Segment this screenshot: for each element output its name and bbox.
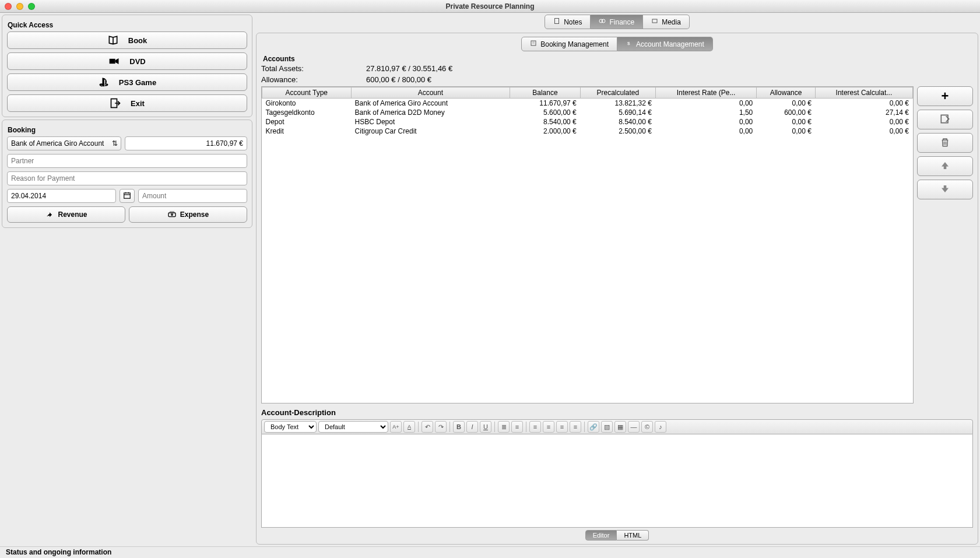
table-cell: 27,14 €: [815, 108, 912, 117]
image-button[interactable]: ▧: [601, 421, 613, 433]
table-row[interactable]: TagesgeldkontoBank of America D2D Money5…: [262, 108, 913, 117]
bullet-list-button[interactable]: ≣: [498, 421, 510, 433]
accounts-section: Accounts Total Assets: 27.810,97 € / 30.…: [261, 55, 973, 541]
delete-account-button[interactable]: [917, 133, 973, 153]
tab-notes-label: Notes: [564, 18, 582, 26]
editor-body[interactable]: [261, 434, 973, 528]
column-header[interactable]: Precalculated: [580, 87, 655, 99]
align-right-button[interactable]: ≡: [556, 421, 568, 433]
quick-access-panel: Quick Access Book DVD PS3 Game Exit: [2, 15, 252, 117]
underline-icon: U: [483, 423, 488, 430]
arrow-up-icon: [940, 160, 950, 173]
table-row[interactable]: DepotHSBC Depot8.540,00 €8.540,00 €0,000…: [262, 117, 913, 127]
ps3-game-button[interactable]: PS3 Game: [7, 73, 247, 91]
editor-tab-editor[interactable]: Editor: [585, 530, 617, 541]
media-button[interactable]: ♪: [655, 421, 666, 433]
tab-booking-management[interactable]: Booking Management: [521, 37, 617, 51]
svg-rect-6: [168, 213, 175, 217]
tab-media[interactable]: Media: [643, 15, 690, 29]
book-button-label: Book: [128, 36, 147, 45]
column-header[interactable]: Balance: [510, 87, 581, 99]
font-increase-button[interactable]: A+: [390, 421, 402, 433]
font-select[interactable]: Default: [318, 421, 388, 433]
column-header[interactable]: Interest Calculat...: [815, 87, 912, 99]
column-header[interactable]: Allowance: [757, 87, 816, 99]
copyright-button[interactable]: ©: [641, 421, 653, 433]
tab-account-mgmt-label: Account Management: [636, 40, 704, 48]
dvd-button[interactable]: DVD: [7, 52, 247, 70]
svg-rect-8: [555, 19, 559, 24]
hr-button[interactable]: —: [628, 421, 640, 433]
table-row[interactable]: KreditCitigroup Car Credit2.000,00 €2.50…: [262, 127, 913, 136]
exit-icon: [110, 97, 121, 109]
account-description-title: Account-Description: [261, 408, 973, 417]
number-list-button[interactable]: ≡: [511, 421, 523, 433]
italic-icon: I: [471, 423, 473, 430]
image-icon: ▧: [604, 423, 610, 431]
font-decrease-button[interactable]: A: [403, 421, 415, 433]
exit-button[interactable]: Exit: [7, 94, 247, 112]
align-right-icon: ≡: [560, 423, 564, 430]
align-justify-button[interactable]: ≡: [570, 421, 581, 433]
table-button[interactable]: ▦: [614, 421, 626, 433]
date-picker-button[interactable]: [120, 189, 135, 203]
redo-button[interactable]: ↷: [435, 421, 447, 433]
move-down-button[interactable]: [917, 180, 973, 199]
table-cell: 5.690,14 €: [580, 108, 655, 117]
titlebar: Private Resource Planning: [0, 0, 980, 13]
music-icon: ♪: [659, 423, 662, 430]
book-button[interactable]: Book: [7, 31, 247, 49]
tab-finance[interactable]: Finance: [591, 15, 643, 29]
add-account-button[interactable]: +: [917, 86, 973, 106]
booking-panel: Booking Bank of America Giro Account ⇅: [2, 120, 252, 228]
font-increase-icon: A+: [392, 424, 399, 430]
total-assets-value: 27.810,97 € / 30.551,46 €: [366, 64, 452, 73]
amount-input[interactable]: [138, 189, 247, 203]
account-select[interactable]: Bank of America Giro Account: [7, 136, 121, 150]
date-input[interactable]: [7, 189, 116, 203]
underline-button[interactable]: U: [480, 421, 491, 433]
tab-media-label: Media: [662, 18, 681, 26]
column-header[interactable]: Interest Rate (Pe...: [655, 87, 756, 99]
italic-button[interactable]: I: [466, 421, 478, 433]
number-list-icon: ≡: [515, 423, 519, 430]
tab-account-management[interactable]: $ Account Management: [617, 37, 713, 51]
svg-point-10: [602, 19, 605, 23]
editor-tab-html[interactable]: HTML: [617, 530, 649, 541]
accounts-table: Account TypeAccountBalancePrecalculatedI…: [262, 87, 913, 136]
undo-button[interactable]: ↶: [421, 421, 433, 433]
tab-notes[interactable]: Notes: [545, 15, 591, 29]
bold-button[interactable]: B: [453, 421, 465, 433]
partner-input[interactable]: [7, 154, 247, 168]
style-select[interactable]: Body Text: [264, 421, 317, 433]
align-left-button[interactable]: ≡: [529, 421, 541, 433]
table-cell: 13.821,32 €: [580, 99, 655, 108]
expense-button[interactable]: Expense: [129, 206, 247, 223]
table-row[interactable]: GirokontoBank of America Giro Account11.…: [262, 99, 913, 108]
dvd-button-label: DVD: [129, 57, 145, 66]
edit-account-button[interactable]: [917, 110, 973, 129]
table-cell: 11.670,97 €: [510, 99, 581, 108]
editor-toolbar: Body Text Default A+ A ↶ ↷ B I U ≣ ≡ ≡: [261, 419, 973, 434]
ps3-button-label: PS3 Game: [119, 78, 156, 87]
table-cell: HSBC Depot: [351, 117, 510, 127]
booking-title: Booking: [6, 126, 37, 134]
expense-icon: [167, 209, 177, 220]
column-header[interactable]: Account: [351, 87, 510, 99]
table-cell: 8.540,00 €: [510, 117, 581, 127]
reason-input[interactable]: [7, 171, 247, 185]
table-cell: 600,00 €: [757, 108, 816, 117]
move-up-button[interactable]: [917, 156, 973, 176]
revenue-button[interactable]: Revenue: [7, 206, 125, 223]
balance-display-field[interactable]: [125, 136, 247, 150]
column-header[interactable]: Account Type: [262, 87, 352, 99]
accounts-table-wrap[interactable]: Account TypeAccountBalancePrecalculatedI…: [261, 86, 914, 403]
copyright-icon: ©: [645, 423, 649, 430]
undo-icon: ↶: [425, 423, 430, 431]
align-center-button[interactable]: ≡: [543, 421, 554, 433]
align-left-icon: ≡: [533, 423, 537, 430]
font-decrease-icon: A: [408, 424, 411, 430]
tab-booking-mgmt-label: Booking Management: [540, 40, 609, 48]
table-cell: Bank of America D2D Money: [351, 108, 510, 117]
link-button[interactable]: 🔗: [588, 421, 599, 433]
